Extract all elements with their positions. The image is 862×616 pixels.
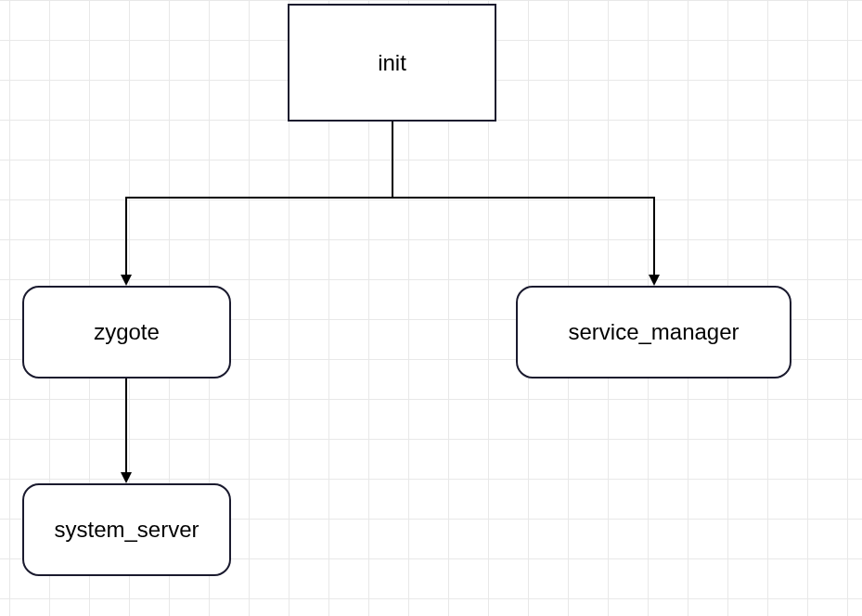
connector-to-service-manager (653, 197, 655, 275)
node-init-label: init (378, 50, 406, 76)
node-service-manager-label: service_manager (568, 319, 739, 345)
connector-to-zygote (125, 197, 127, 275)
node-init: init (288, 4, 496, 122)
node-zygote-label: zygote (94, 319, 160, 345)
connector-horizontal (125, 197, 655, 199)
arrowhead-zygote (121, 275, 132, 286)
connector-zygote-to-system-server (125, 379, 127, 472)
connector-init-down (392, 122, 393, 198)
arrowhead-service-manager (649, 275, 660, 286)
node-system-server: system_server (22, 483, 231, 576)
node-zygote: zygote (22, 286, 231, 379)
arrowhead-system-server (121, 472, 132, 483)
node-service-manager: service_manager (516, 286, 791, 379)
node-system-server-label: system_server (54, 517, 199, 543)
